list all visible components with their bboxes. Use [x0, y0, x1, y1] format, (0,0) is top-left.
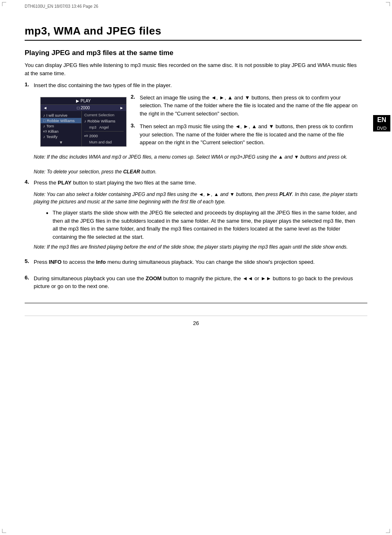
step-6-number: 6.: [25, 274, 31, 281]
bullet-dot: •: [46, 209, 49, 218]
page-title: mp3, WMA and JPEG files: [25, 25, 362, 37]
play-label: ▶ PLAY: [76, 99, 91, 103]
dvd-nav-row: ◄ □ 2000 ►: [41, 105, 126, 111]
zoom-bold: ZOOM: [145, 275, 161, 281]
step-6: 6. During simultaneous playback you can …: [25, 274, 362, 295]
item-2-icon: □: [43, 118, 46, 123]
dvd-item-2: □ Robbie Williams: [41, 118, 81, 123]
step-2-content: Select an image file using the ◄, ►, ▲ a…: [140, 94, 362, 118]
dvd-screenshot: ▶ PLAY ◄ □ 2000 ► ♪ I will survive: [40, 97, 127, 147]
right-item-1: ♪ Robbie Williams: [84, 118, 124, 124]
corner-br: [386, 529, 390, 533]
item-1-icon: ♪: [43, 113, 45, 118]
bullet-text: The player starts the slide show with th…: [53, 209, 362, 241]
nav-right: ►: [120, 106, 124, 110]
corner-bl: [2, 529, 6, 533]
step-5-content: Press INFO to access the Info menu durin…: [34, 258, 362, 270]
dvd-content: ♪ I will survive □ Robbie Williams ♪ Tor…: [41, 111, 126, 146]
step-1-content: Insert the disc containing the two types…: [34, 81, 362, 164]
nav-left: ◄: [43, 106, 47, 110]
en-label: EN: [373, 115, 390, 125]
bottom-rule: [25, 303, 367, 303]
title-rule: [25, 40, 362, 41]
right-label-2: 2000: [89, 134, 98, 138]
info-bold: INFO: [49, 259, 62, 265]
play-bold: PLAY: [58, 180, 71, 186]
step-4-text: Press the PLAY button to start playing t…: [34, 179, 362, 187]
dvd-divider: [84, 131, 124, 131]
step-6-text: During simultaneous playback you can use…: [34, 274, 362, 291]
step-2-text: Select an image file using the ◄, ►, ▲ a…: [140, 94, 362, 118]
screenshot-row: ▶ PLAY ◄ □ 2000 ► ♪ I will survive: [34, 94, 362, 150]
step-1: 1. Insert the disc containing the two ty…: [25, 81, 362, 164]
step-2-number: 2.: [131, 94, 137, 100]
item-3-label: Torn: [46, 124, 54, 128]
dvd-item-5: ♪ Testify: [41, 134, 81, 139]
dvd-right-panel: Current Selection ♪ Robbie Williams mp3 …: [82, 111, 126, 146]
bullet-item-1: • The player starts the slide show with …: [46, 209, 362, 241]
steps-2-3-container: 2. Select an image file using the ◄, ►, …: [131, 94, 362, 150]
step-5-text: Press INFO to access the Info menu durin…: [34, 258, 362, 266]
current-selection-label: Current Selection: [84, 113, 124, 117]
play-note-bold: PLAY: [279, 191, 292, 197]
step-4: 4. Press the PLAY button to start playin…: [25, 179, 362, 254]
item-4-icon: e3: [43, 129, 47, 133]
right-sub-2: Mum and dad: [84, 140, 124, 144]
corner-tr: [386, 2, 390, 6]
clear-bold: CLEAR: [123, 169, 140, 175]
step-1-number: 1.: [25, 81, 31, 88]
dvd-label: DVD: [373, 125, 390, 131]
item-4-label: Killian: [48, 129, 58, 134]
step-1-text: Insert the disc containing the two types…: [34, 81, 362, 90]
info-menu-bold: Info: [96, 259, 106, 265]
step-3-text: Then select an mp3 music file using the …: [140, 122, 362, 147]
section-heading: Playing JPEG and mp3 files at the same t…: [25, 49, 362, 57]
right-sub-1: mp3 Angel: [84, 125, 124, 129]
nav-year: □ 2000: [77, 106, 90, 110]
en-dvd-badge: EN DVD: [371, 115, 392, 131]
right-icon-2: e9: [84, 134, 88, 138]
dvd-top-bar: ▶ PLAY: [41, 97, 126, 105]
right-label-1: Robbie Williams: [88, 119, 115, 123]
item-2-label: Robbie Williams: [47, 118, 75, 123]
scroll-down: ▼: [41, 139, 81, 145]
dvd-item-3: ♪ Torn: [41, 123, 81, 129]
step-4-note: Note: You can also select a folder conta…: [34, 191, 362, 205]
item-1-label: I will survive: [46, 113, 67, 118]
step-3: 3. Then select an mp3 music file using t…: [131, 122, 362, 147]
corner-tl: [2, 2, 6, 6]
step-4-content: Press the PLAY button to start playing t…: [34, 179, 362, 254]
page-number: 26: [25, 316, 367, 326]
note-clear: Note: To delete your selection, press th…: [34, 168, 362, 175]
step-2: 2. Select an image file using the ◄, ►, …: [131, 94, 362, 118]
header-meta: DTH6100U_EN 18/07/03 13:46 Page 26: [25, 4, 98, 9]
dvd-item-4: e3 Killian: [41, 129, 81, 134]
step-5-number: 5.: [25, 258, 31, 264]
dvd-left-panel: ♪ I will survive □ Robbie Williams ♪ Tor…: [41, 111, 82, 146]
step-4-note2: Note: If the mp3 files are finished play…: [34, 243, 362, 251]
right-item-2: e9 2000: [84, 133, 124, 138]
step-5: 5. Press INFO to access the Info menu du…: [25, 258, 362, 270]
step-3-number: 3.: [131, 122, 137, 129]
dvd-item-1: ♪ I will survive: [41, 113, 81, 118]
step-3-content: Then select an mp3 music file using the …: [140, 122, 362, 147]
step-6-content: During simultaneous playback you can use…: [34, 274, 362, 295]
item-5-icon: ♪: [43, 134, 45, 139]
item-5-label: Testify: [46, 134, 58, 139]
step-4-number: 4.: [25, 179, 31, 185]
step-1-note: Note: If the disc includes WMA and mp3 o…: [34, 153, 362, 161]
intro-text: You can display JPEG files while listeni…: [25, 61, 362, 77]
item-3-icon: ♪: [43, 124, 45, 128]
right-icon-1: ♪: [84, 119, 86, 123]
